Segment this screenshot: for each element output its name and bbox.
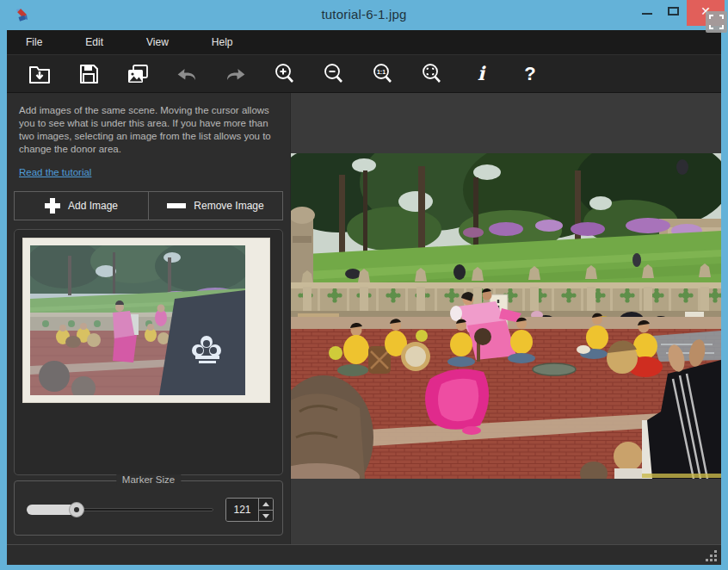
help-icon: ? <box>521 62 539 86</box>
menu-edit[interactable]: Edit <box>85 36 103 48</box>
app-frame: File Edit View Help <box>7 30 721 565</box>
zoom-out-icon <box>322 62 346 86</box>
save-floppy-icon <box>77 63 100 85</box>
add-image-button[interactable]: Add Image <box>15 192 148 220</box>
info-icon: i <box>472 62 490 86</box>
statusbar <box>7 544 721 565</box>
menu-view[interactable]: View <box>146 36 169 48</box>
thumbnail-scene-svg <box>30 245 245 395</box>
redo-button[interactable] <box>217 59 255 90</box>
undo-arrow-icon <box>175 64 199 84</box>
photo-scene-svg <box>291 153 721 479</box>
marker-size-input[interactable] <box>226 499 258 521</box>
zoom-fit-icon <box>420 62 444 86</box>
svg-text:?: ? <box>524 63 535 84</box>
remove-image-button[interactable]: Remove Image <box>148 192 282 220</box>
content-area: Add images of the same scene. Moving the… <box>7 93 721 544</box>
redo-arrow-icon <box>224 64 248 84</box>
add-image-label: Add Image <box>68 200 118 212</box>
marker-size-slider[interactable] <box>27 502 213 517</box>
undo-button[interactable] <box>168 59 206 90</box>
sidebar: Add images of the same scene. Moving the… <box>7 93 290 544</box>
read-tutorial-link[interactable]: Read the tutorial <box>19 167 91 177</box>
instructions-text: Add images of the same scene. Moving the… <box>19 104 279 156</box>
images-icon <box>126 63 150 85</box>
resize-grip[interactable] <box>706 550 717 561</box>
titlebar[interactable]: tutorial-6-1.jpg ✕ <box>0 0 728 30</box>
zoom-actual-button[interactable]: 1:1 <box>364 59 402 90</box>
marker-size-label: Marker Size <box>116 474 181 485</box>
menu-help[interactable]: Help <box>212 36 233 48</box>
marker-size-spinbox <box>225 498 274 522</box>
menu-file[interactable]: File <box>26 36 42 48</box>
zoom-fit-button[interactable] <box>413 59 451 90</box>
image-stack-button[interactable] <box>119 59 157 90</box>
open-folder-icon <box>28 63 52 85</box>
open-image-button[interactable] <box>21 59 59 90</box>
app-window: tutorial-6-1.jpg ✕ File Edit View Help <box>0 0 728 570</box>
maximize-button[interactable] <box>661 0 687 22</box>
svg-text:1:1: 1:1 <box>377 68 386 74</box>
image-list-item-thumbnail[interactable] <box>22 238 270 403</box>
svg-text:i: i <box>478 62 487 84</box>
minimize-button[interactable] <box>635 0 661 22</box>
slider-thumb[interactable] <box>69 502 84 517</box>
zoom-out-button[interactable] <box>315 59 353 90</box>
save-image-button[interactable] <box>70 59 108 90</box>
zoom-in-button[interactable] <box>266 59 304 90</box>
zoom-in-icon <box>273 62 297 86</box>
minimize-icon <box>642 13 652 15</box>
toolbar: 1:1 i ? <box>7 54 721 93</box>
spin-up-button[interactable] <box>259 499 273 511</box>
menubar: File Edit View Help <box>7 30 721 54</box>
info-button[interactable]: i <box>462 59 500 90</box>
remove-image-label: Remove Image <box>194 200 263 212</box>
zoom-actual-size-icon: 1:1 <box>371 62 395 86</box>
help-button[interactable]: ? <box>511 59 549 90</box>
marker-size-group: Marker Size <box>14 480 283 536</box>
main-photo-canvas[interactable] <box>291 153 721 479</box>
plus-icon <box>45 198 60 214</box>
expand-corners-icon <box>706 11 727 33</box>
window-title: tutorial-6-1.jpg <box>0 7 728 22</box>
screen-capture-overlay-badge <box>706 11 727 33</box>
image-canvas-panel <box>290 93 721 544</box>
image-list[interactable] <box>14 229 283 475</box>
spin-down-button[interactable] <box>259 511 273 522</box>
maximize-icon <box>668 7 679 15</box>
image-buttons-row: Add Image Remove Image <box>14 191 283 220</box>
spin-arrows <box>258 499 273 521</box>
marker-size-controls <box>27 497 274 523</box>
minus-icon <box>167 203 186 208</box>
